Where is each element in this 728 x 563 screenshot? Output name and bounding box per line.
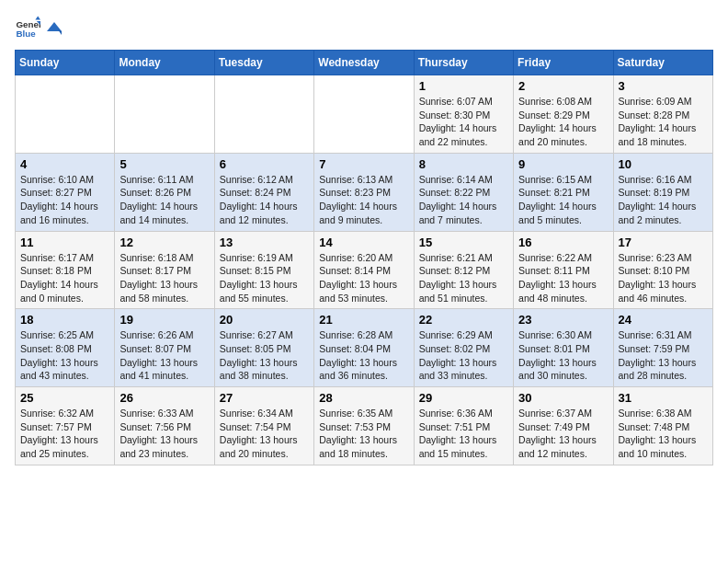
day-cell: 25Sunrise: 6:32 AM Sunset: 7:57 PM Dayli…: [16, 387, 115, 465]
day-cell: 20Sunrise: 6:27 AM Sunset: 8:05 PM Dayli…: [214, 309, 313, 387]
day-cell: 26Sunrise: 6:33 AM Sunset: 7:56 PM Dayli…: [115, 387, 214, 465]
week-row-3: 11Sunrise: 6:17 AM Sunset: 8:18 PM Dayli…: [16, 231, 713, 309]
day-cell: [16, 75, 115, 154]
day-number: 31: [619, 391, 708, 405]
header-cell-saturday: Saturday: [613, 51, 712, 75]
day-cell: 30Sunrise: 6:37 AM Sunset: 7:49 PM Dayli…: [514, 387, 613, 465]
day-info: Sunrise: 6:27 AM Sunset: 8:05 PM Dayligh…: [220, 328, 309, 383]
day-number: 8: [419, 157, 508, 171]
day-number: 10: [619, 157, 708, 171]
logo-triangle: [45, 20, 63, 39]
day-cell: 2Sunrise: 6:08 AM Sunset: 8:29 PM Daylig…: [514, 75, 613, 154]
day-cell: 7Sunrise: 6:13 AM Sunset: 8:23 PM Daylig…: [314, 153, 414, 231]
day-info: Sunrise: 6:16 AM Sunset: 8:19 PM Dayligh…: [619, 173, 708, 227]
day-number: 29: [419, 391, 508, 405]
day-number: 27: [220, 391, 309, 405]
day-info: Sunrise: 6:18 AM Sunset: 8:17 PM Dayligh…: [119, 251, 209, 305]
week-row-5: 25Sunrise: 6:32 AM Sunset: 7:57 PM Dayli…: [16, 387, 713, 465]
day-cell: 24Sunrise: 6:31 AM Sunset: 7:59 PM Dayli…: [613, 309, 712, 387]
day-number: 18: [20, 313, 109, 327]
day-cell: [214, 75, 313, 154]
day-number: 21: [319, 313, 408, 327]
day-cell: 6Sunrise: 6:12 AM Sunset: 8:24 PM Daylig…: [214, 153, 313, 231]
day-info: Sunrise: 6:20 AM Sunset: 8:14 PM Dayligh…: [319, 251, 408, 305]
day-cell: 23Sunrise: 6:30 AM Sunset: 8:01 PM Dayli…: [514, 309, 613, 387]
day-number: 26: [119, 391, 209, 405]
day-info: Sunrise: 6:17 AM Sunset: 8:18 PM Dayligh…: [20, 251, 109, 305]
svg-text:Blue: Blue: [16, 29, 36, 39]
day-info: Sunrise: 6:22 AM Sunset: 8:11 PM Dayligh…: [518, 251, 608, 305]
day-info: Sunrise: 6:33 AM Sunset: 7:56 PM Dayligh…: [119, 407, 209, 461]
day-cell: 14Sunrise: 6:20 AM Sunset: 8:14 PM Dayli…: [314, 231, 414, 309]
day-number: 7: [319, 157, 408, 171]
day-cell: 8Sunrise: 6:14 AM Sunset: 8:22 PM Daylig…: [414, 153, 513, 231]
day-info: Sunrise: 6:32 AM Sunset: 7:57 PM Dayligh…: [20, 407, 109, 461]
logo: General Blue: [15, 15, 63, 40]
day-number: 4: [20, 157, 109, 171]
day-info: Sunrise: 6:29 AM Sunset: 8:02 PM Dayligh…: [419, 328, 508, 383]
day-cell: 19Sunrise: 6:26 AM Sunset: 8:07 PM Dayli…: [115, 309, 214, 387]
logo-icon: General Blue: [15, 15, 40, 40]
header-row: SundayMondayTuesdayWednesdayThursdayFrid…: [16, 51, 713, 75]
day-cell: 1Sunrise: 6:07 AM Sunset: 8:30 PM Daylig…: [414, 75, 513, 154]
day-cell: 27Sunrise: 6:34 AM Sunset: 7:54 PM Dayli…: [214, 387, 313, 465]
day-number: 19: [119, 313, 209, 327]
day-cell: 4Sunrise: 6:10 AM Sunset: 8:27 PM Daylig…: [16, 153, 115, 231]
header-cell-wednesday: Wednesday: [314, 51, 414, 75]
header-cell-sunday: Sunday: [16, 51, 115, 75]
day-number: 28: [319, 391, 408, 405]
day-cell: 22Sunrise: 6:29 AM Sunset: 8:02 PM Dayli…: [414, 309, 513, 387]
day-info: Sunrise: 6:34 AM Sunset: 7:54 PM Dayligh…: [220, 407, 309, 461]
day-number: 20: [220, 313, 309, 327]
day-info: Sunrise: 6:38 AM Sunset: 7:48 PM Dayligh…: [619, 407, 708, 461]
header-cell-thursday: Thursday: [414, 51, 513, 75]
day-cell: 12Sunrise: 6:18 AM Sunset: 8:17 PM Dayli…: [115, 231, 214, 309]
day-info: Sunrise: 6:25 AM Sunset: 8:08 PM Dayligh…: [20, 328, 109, 383]
day-cell: 18Sunrise: 6:25 AM Sunset: 8:08 PM Dayli…: [16, 309, 115, 387]
day-info: Sunrise: 6:09 AM Sunset: 8:28 PM Dayligh…: [619, 95, 708, 149]
header-cell-friday: Friday: [514, 51, 613, 75]
day-number: 13: [220, 236, 309, 249]
day-cell: 11Sunrise: 6:17 AM Sunset: 8:18 PM Dayli…: [16, 231, 115, 309]
day-number: 2: [518, 79, 608, 93]
day-cell: 17Sunrise: 6:23 AM Sunset: 8:10 PM Dayli…: [613, 231, 712, 309]
day-cell: [115, 75, 214, 154]
day-number: 23: [518, 313, 608, 327]
svg-marker-4: [47, 22, 62, 31]
day-info: Sunrise: 6:13 AM Sunset: 8:23 PM Dayligh…: [319, 173, 408, 227]
week-row-2: 4Sunrise: 6:10 AM Sunset: 8:27 PM Daylig…: [16, 153, 713, 231]
day-info: Sunrise: 6:21 AM Sunset: 8:12 PM Dayligh…: [419, 251, 508, 305]
day-cell: 3Sunrise: 6:09 AM Sunset: 8:28 PM Daylig…: [613, 75, 712, 154]
day-info: Sunrise: 6:28 AM Sunset: 8:04 PM Dayligh…: [319, 328, 408, 383]
day-cell: 21Sunrise: 6:28 AM Sunset: 8:04 PM Dayli…: [314, 309, 414, 387]
day-cell: 9Sunrise: 6:15 AM Sunset: 8:21 PM Daylig…: [514, 153, 613, 231]
day-number: 14: [319, 236, 408, 249]
day-info: Sunrise: 6:11 AM Sunset: 8:26 PM Dayligh…: [119, 173, 209, 227]
day-number: 17: [619, 236, 708, 249]
day-cell: 31Sunrise: 6:38 AM Sunset: 7:48 PM Dayli…: [613, 387, 712, 465]
day-info: Sunrise: 6:08 AM Sunset: 8:29 PM Dayligh…: [518, 95, 608, 149]
day-info: Sunrise: 6:26 AM Sunset: 8:07 PM Dayligh…: [119, 328, 209, 383]
day-info: Sunrise: 6:07 AM Sunset: 8:30 PM Dayligh…: [419, 95, 508, 149]
day-info: Sunrise: 6:15 AM Sunset: 8:21 PM Dayligh…: [518, 173, 608, 227]
header: General Blue: [15, 15, 713, 40]
day-info: Sunrise: 6:19 AM Sunset: 8:15 PM Dayligh…: [220, 251, 309, 305]
day-info: Sunrise: 6:12 AM Sunset: 8:24 PM Dayligh…: [220, 173, 309, 227]
day-number: 15: [419, 236, 508, 249]
day-cell: 10Sunrise: 6:16 AM Sunset: 8:19 PM Dayli…: [613, 153, 712, 231]
day-info: Sunrise: 6:14 AM Sunset: 8:22 PM Dayligh…: [419, 173, 508, 227]
day-number: 24: [619, 313, 708, 327]
day-cell: 15Sunrise: 6:21 AM Sunset: 8:12 PM Dayli…: [414, 231, 513, 309]
header-cell-monday: Monday: [115, 51, 214, 75]
day-cell: 5Sunrise: 6:11 AM Sunset: 8:26 PM Daylig…: [115, 153, 214, 231]
day-cell: 13Sunrise: 6:19 AM Sunset: 8:15 PM Dayli…: [214, 231, 313, 309]
day-info: Sunrise: 6:30 AM Sunset: 8:01 PM Dayligh…: [518, 328, 608, 383]
day-cell: 28Sunrise: 6:35 AM Sunset: 7:53 PM Dayli…: [314, 387, 414, 465]
day-info: Sunrise: 6:23 AM Sunset: 8:10 PM Dayligh…: [619, 251, 708, 305]
day-info: Sunrise: 6:36 AM Sunset: 7:51 PM Dayligh…: [419, 407, 508, 461]
day-number: 6: [220, 157, 309, 171]
day-cell: [314, 75, 414, 154]
calendar-table: SundayMondayTuesdayWednesdayThursdayFrid…: [15, 50, 713, 465]
day-info: Sunrise: 6:31 AM Sunset: 7:59 PM Dayligh…: [619, 328, 708, 383]
day-number: 9: [518, 157, 608, 171]
